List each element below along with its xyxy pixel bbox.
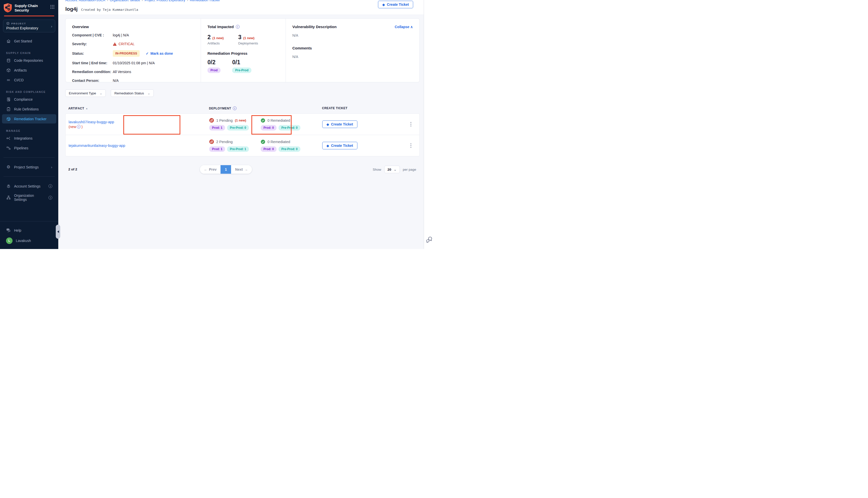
breadcrumb-account[interactable]: Account: Automation-SSCA [65, 0, 105, 2]
prev-page-button[interactable]: ← Prev [200, 165, 221, 174]
pending-icon [209, 139, 214, 144]
prod-progress-stat: 0/2 Prod [207, 59, 221, 73]
created-by-text: Created by Teja Kummarikuntla [81, 8, 138, 12]
page-header: Account: Automation-SSCA›Organization: d… [58, 0, 424, 15]
row-menu-kebab-icon[interactable] [410, 142, 412, 149]
create-ticket-cell: ◆ Create Ticket [322, 120, 388, 128]
prod-progress-value: 0/2 [207, 59, 221, 66]
sidebar-item-remediation-tracker[interactable]: Remediation Tracker [2, 114, 56, 123]
sidebar-item-rule-definitions[interactable]: Rule Definitions [2, 104, 56, 114]
column-header-deployment: DEPLOYMENT i [209, 106, 322, 110]
create-ticket-button[interactable]: ◆ Create Ticket [322, 120, 358, 128]
overview-heading: Overview [72, 25, 194, 29]
create-ticket-cell: ◆ Create Ticket [322, 142, 388, 149]
mark-as-done-link[interactable]: ✓ Mark as done [146, 51, 173, 55]
remediated-check-icon [261, 140, 265, 144]
document-search-icon [6, 97, 11, 102]
breadcrumb-org[interactable]: Organization: default [110, 0, 140, 2]
row-menu-kebab-icon[interactable] [410, 121, 412, 128]
project-selector[interactable]: PROJECT Product Exploratory › [3, 19, 55, 32]
sidebar-item-label: Get Started [14, 39, 32, 43]
sidebar-item-integrations[interactable]: Integrations [2, 133, 56, 143]
info-icon[interactable]: i [77, 125, 81, 129]
sidebar-item-artifacts[interactable]: Artifacts [2, 66, 56, 75]
brand-accent-divider [4, 16, 54, 16]
left-arrow-icon: ← [204, 167, 207, 171]
condition-value: All Versions [113, 70, 131, 74]
sidebar-item-project-settings[interactable]: ⚙ Project Settings › [2, 162, 56, 172]
sidebar-item-get-started[interactable]: Get Started [2, 36, 56, 46]
scrollbar-gutter[interactable] [424, 0, 434, 249]
remediation-status-filter[interactable]: Remediation Status ⌄ [111, 89, 154, 97]
infinity-icon: ∞ [6, 78, 11, 82]
remediated-cell: 0 Remediated Prod: 0 Pre-Prod: 0 [261, 118, 322, 131]
prod-badge: Prod [207, 67, 221, 73]
create-ticket-button[interactable]: ◆ Create Ticket [378, 1, 413, 8]
breadcrumb-separator: › [105, 0, 110, 2]
module-grid-icon[interactable] [50, 4, 55, 9]
user-name: Lavakush [16, 239, 31, 243]
sidebar-item-organization-settings[interactable]: Organization Settings i [2, 191, 56, 204]
page-size-select[interactable]: 20 ⌄ [384, 166, 400, 173]
info-icon[interactable]: i [49, 196, 52, 199]
pending-new-badge: (1 new) [235, 118, 246, 122]
preprod-badge: Pre-Prod [232, 67, 251, 73]
sidebar-collapse-handle[interactable] [56, 225, 60, 239]
total-impacted-heading: Total Impacted [207, 25, 234, 29]
deployments-new-badge: (1 new) [243, 36, 255, 40]
vulnerability-section: Vulnerability Description Collapse ∧ N/A… [286, 18, 419, 82]
preprod-count-badge: Pre-Prod: 0 [278, 146, 300, 152]
prod-count-badge: Prod: 1 [209, 125, 225, 131]
sidebar-item-compliance[interactable]: Compliance [2, 95, 56, 104]
sidebar-item-account-settings[interactable]: Account Settings i [2, 182, 56, 191]
remediated-count: 0 Remediated [268, 118, 290, 122]
artifact-link[interactable]: tejakummarikuntla/easy-buggy-app [68, 144, 125, 148]
sidebar-item-label: CI/CD [14, 78, 24, 82]
sidebar-item-pipelines[interactable]: Pipelines [2, 143, 56, 153]
prod-count-badge: Prod: 0 [261, 146, 276, 152]
info-icon[interactable]: i [236, 25, 239, 29]
table-header: ARTIFACT ▲ DEPLOYMENT i CREATE TICKET [65, 106, 420, 110]
diamond-icon: ◆ [382, 3, 385, 6]
column-header-artifact[interactable]: ARTIFACT ▲ [65, 106, 209, 110]
artifact-new-marker: (new i ) [68, 125, 209, 129]
info-icon[interactable]: i [233, 106, 237, 110]
sidebar-bottom: ? Help L Lavakush [0, 221, 58, 249]
sidebar-item-label: Compliance [14, 97, 33, 101]
time-value: 01/10/2025 01:08 pm | N/A [113, 61, 155, 65]
table-row: lavakush07/easy-buggy-app (new i ) 1 Pen… [65, 114, 420, 135]
breadcrumb-project[interactable]: Project: Product Exploratory [145, 0, 185, 2]
vulnerability-heading: Vulnerability Description [292, 25, 337, 29]
condition-label: Remediation condition: [72, 70, 113, 74]
sidebar-item-cicd[interactable]: ∞ CI/CD [2, 75, 56, 84]
preprod-count-badge: Pre-Prod: 1 [227, 146, 249, 152]
breadcrumb-page[interactable]: Remediation Tracker [190, 0, 220, 2]
page-number-button[interactable]: 1 [221, 165, 231, 174]
severity-label: Severity: [72, 42, 113, 46]
next-page-button[interactable]: Next → [231, 165, 252, 174]
artifact-cell: tejakummarikuntla/easy-buggy-app [66, 144, 209, 148]
support-chat-icon[interactable] [426, 236, 433, 244]
sidebar-item-label: Remediation Tracker [14, 117, 47, 121]
project-cube-icon [6, 22, 10, 25]
sidebar-item-help[interactable]: ? Help [2, 226, 56, 235]
remediated-count: 0 Remediated [268, 140, 290, 144]
sidebar-user[interactable]: L Lavakush [2, 235, 56, 246]
create-ticket-button[interactable]: ◆ Create Ticket [322, 142, 358, 149]
collapse-link[interactable]: Collapse ∧ [395, 25, 413, 29]
sidebar-item-code-repositories[interactable]: Code Repositories [2, 56, 56, 65]
chevron-down-icon: ⌄ [100, 91, 103, 95]
pending-count: 1 Pending [216, 118, 233, 122]
artifacts-new-badge: (1 new) [212, 36, 224, 40]
sidebar-divider [3, 157, 55, 158]
preprod-progress-value: 0/1 [232, 59, 251, 66]
artifact-link[interactable]: lavakush07/easy-buggy-app [68, 120, 114, 124]
info-icon[interactable]: i [49, 184, 52, 188]
environment-type-filter[interactable]: Environment Type ⌄ [65, 89, 106, 97]
pending-icon [209, 118, 214, 123]
help-chat-icon: ? [6, 228, 11, 233]
sidebar-item-label: Project Settings [14, 165, 39, 169]
sidebar: Supply Chain Security PROJECT Product Ex… [0, 0, 58, 249]
sidebar-item-label: Rule Definitions [14, 107, 39, 111]
sidebar-item-label: Artifacts [14, 68, 27, 72]
